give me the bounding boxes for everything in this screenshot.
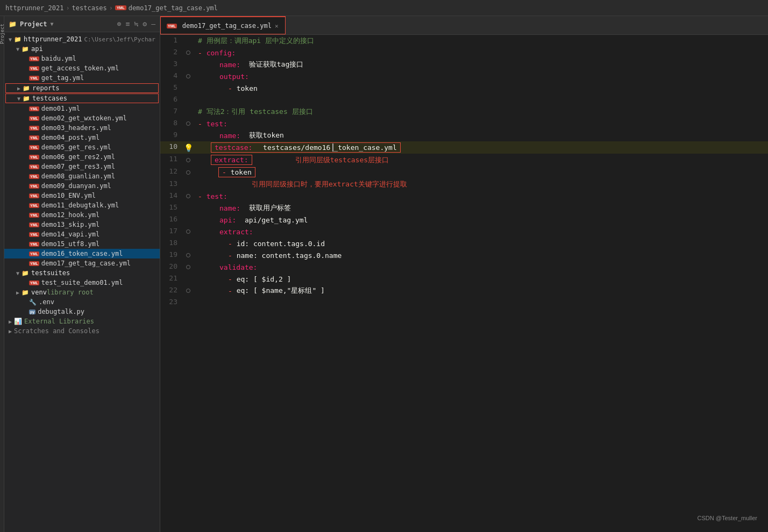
tree-item-ext-libs[interactable]: ▶ 📊 External Libraries [4,317,160,326]
line-num-17: 17 [160,226,183,238]
tree-item-demo09[interactable]: YML demo09_duanyan.yml [4,181,160,191]
demo01-label: demo01.yml [41,105,80,112]
tab-bar: YML demo17_get_tag_case.yml ✕ [160,16,768,35]
tree-item-demo08[interactable]: YML demo08_guanlian.yml [4,171,160,181]
line-row-15: 15 name: 获取用户标签 [160,202,768,214]
tree-item-demo10[interactable]: YML demo10_ENV.yml [4,191,160,200]
breadcrumb-filename: demo17_get_tag_case.yml [129,4,218,12]
tree-item-api[interactable]: ▼ 📁 api [4,44,160,54]
tree-item-demo04[interactable]: YML demo04_post.yml [4,133,160,142]
arrow-testsuites: ▼ [14,270,22,276]
line-row-19: 19 - name: content.tags.0.name [160,249,768,261]
tree-item-demo11[interactable]: YML demo11_debugtalk.yml [4,200,160,210]
list-icon[interactable]: ≡ [126,20,130,28]
line-gutter-15 [183,202,194,214]
sort-icon[interactable]: ≒ [134,20,139,28]
env-label: .env [39,298,54,306]
tree-item-demo02[interactable]: YML demo02_get_wxtoken.yml [4,113,160,123]
tree-item-demo03[interactable]: YML demo03_headers.yml [4,123,160,133]
settings-icon[interactable]: ⚙ [143,20,147,28]
demo04-label: demo04_post.yml [41,134,99,141]
demo09-label: demo09_duanyan.yml [41,182,111,190]
line-row-9: 9 name: 获取token [160,130,768,141]
demo10-icon: YML [29,193,39,198]
line-gutter-21 [183,273,194,285]
line-content-22: - eq: [ $name,"星标组" ] [194,285,768,297]
line-content-19: - name: content.tags.0.name [194,249,768,261]
api-label: api [31,45,43,53]
tree-item-demo06[interactable]: YML demo06_get_res2.yml [4,152,160,162]
line-row-14: 14 - test: [160,190,768,202]
demo03-label: demo03_headers.yml [41,124,111,132]
dropdown-icon[interactable]: ▼ [51,21,54,27]
tree-item-demo15[interactable]: YML demo15_utf8.yml [4,239,160,249]
demo16-icon: YML [29,251,39,256]
line-gutter-13 [183,178,194,190]
tree-item-baidu[interactable]: YML baidu.yml [4,54,160,63]
code-editor[interactable]: 1 # 用例层：调用api 层中定义的接口 2 - config: 3 na [160,35,768,532]
arrow-api: ▼ [14,46,22,52]
demo04-icon: YML [29,135,39,140]
tree-item-demo01[interactable]: YML demo01.yml [4,104,160,113]
ext-libs-icon: 📊 [14,318,22,325]
arrow-root: ▼ [6,37,14,42]
tree-item-demo17[interactable]: YML demo17_get_tag_case.yml [4,258,160,268]
debugtalk-icon: py [29,310,35,314]
project-header: 📁 Project ▼ ⊕ ≡ ≒ ⚙ — [4,16,160,32]
line-gutter-6 [183,94,194,106]
tree-item-testsuites[interactable]: ▼ 📁 testsuites [4,268,160,278]
tree-item-demo13[interactable]: YML demo13_skip.yml [4,220,160,229]
tree-item-testcases[interactable]: ▼ 📁 testcases [5,94,159,103]
line-num-23: 23 [160,297,183,308]
tree-item-get-tag[interactable]: YML get_tag.yml [4,73,160,83]
line-num-2: 2 [160,47,183,59]
tree-item-demo07[interactable]: YML demo07_get_res3.yml [4,162,160,171]
testsuites-label: testsuites [31,269,70,277]
access-token-label: get_access_token.yml [41,64,119,72]
line-gutter-23 [183,297,194,308]
folder-icon: 📁 [9,20,17,28]
demo17-label: demo17_get_tag_case.yml [41,260,131,267]
line-num-8: 8 [160,118,183,130]
line-content-4: output: [194,70,768,82]
demo14-label: demo14_vapi.yml [41,231,99,238]
tree-item-reports[interactable]: ▶ 📁 reports [5,83,159,93]
minimize-icon[interactable]: — [151,20,155,28]
line-row-1: 1 # 用例层：调用api 层中定义的接口 [160,35,768,47]
tree-item-demo14[interactable]: YML demo14_vapi.yml [4,229,160,239]
tree-item-venv[interactable]: ▶ 📁 venv library root [4,287,160,297]
tree-item-demo05[interactable]: YML demo05_get_res.yml [4,142,160,152]
tree-item-env[interactable]: 🔧 .env [4,297,160,307]
venv-lib-label: library root [47,289,94,296]
tree-item-demo12[interactable]: YML demo12_hook.yml [4,210,160,220]
line-gutter-22 [183,285,194,297]
tree-item-demo16[interactable]: YML demo16_token_case.yml [4,249,160,258]
line-gutter-9 [183,130,194,141]
tab-close-btn[interactable]: ✕ [275,23,279,30]
tab-demo17[interactable]: YML demo17_get_tag_case.yml ✕ [160,16,286,34]
line-content-11: extract: 引用同层级testcases层接口 [194,154,768,166]
line-content-9: name: 获取token [194,130,768,141]
project-tree: ▼ 📁 httprunner_2021 C:\Users\Jeff\Pychar… [4,32,160,532]
reports-label: reports [32,84,60,92]
access-token-icon: YML [29,66,39,71]
line-num-20: 20 [160,261,183,273]
project-header-icons: ⊕ ≡ ≒ ⚙ — [117,20,155,28]
line-num-22: 22 [160,285,183,297]
demo05-label: demo05_get_res.yml [41,143,111,151]
tree-item-access-token[interactable]: YML get_access_token.yml [4,63,160,73]
tree-item-scratches[interactable]: ▶ Scratches and Consoles [4,326,160,336]
line-gutter-16 [183,214,194,226]
add-icon[interactable]: ⊕ [117,20,122,28]
project-title[interactable]: Project [20,20,47,28]
line-gutter-17 [183,226,194,238]
breadcrumb-file-icon: YML [115,5,126,10]
project-strip-label: Project [0,24,5,44]
tree-item-suite01[interactable]: YML test_suite_demo01.yml [4,278,160,287]
tree-item-root[interactable]: ▼ 📁 httprunner_2021 C:\Users\Jeff\Pychar [4,34,160,44]
line-content-21: - eq: [ $id,2 ] [194,273,768,285]
testcases-label: testcases [32,95,67,102]
tree-item-debugtalk[interactable]: py debugtalk.py [4,307,160,317]
scratches-label: Scratches and Consoles [14,327,99,335]
line-gutter-8 [183,118,194,130]
